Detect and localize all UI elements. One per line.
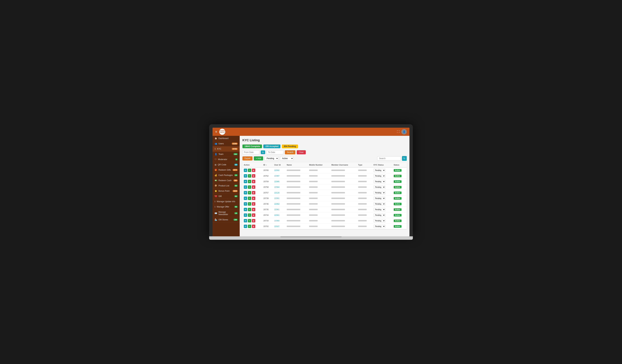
export-button[interactable]: Export <box>242 156 253 160</box>
user-id-cell: 22385 <box>273 179 285 184</box>
view-icon[interactable]: 👁 <box>244 197 247 200</box>
delete-icon[interactable]: 🗑 <box>252 225 255 228</box>
edit-icon[interactable]: ✎ <box>248 219 251 222</box>
name-cell <box>285 218 308 224</box>
edit-icon[interactable]: ✎ <box>248 202 251 206</box>
kyc-status-select[interactable]: Pending Active Rejected <box>373 213 385 217</box>
edit-icon[interactable]: ✎ <box>248 213 251 217</box>
redeem-cash-badge: 386 <box>233 179 238 181</box>
refresh-button[interactable]: ↻ <box>402 156 407 161</box>
sidebar-item-product-list[interactable]: 📦 Product List 93 <box>213 183 240 189</box>
mobile-blurred <box>309 186 318 188</box>
qrcode-icon: ▦ <box>214 164 216 166</box>
product-list-badge: 93 <box>234 185 238 187</box>
kyc-status-select[interactable]: Pending Active Rejected <box>373 180 385 183</box>
view-icon[interactable]: 👁 <box>244 208 247 211</box>
sidebar-item-kyc[interactable]: $ KYC 20765 <box>213 146 240 152</box>
edit-icon[interactable]: ✎ <box>248 169 251 172</box>
sidebar-item-bonus-point[interactable]: ⭐ Bonus Point 3638 <box>213 189 240 194</box>
delete-icon[interactable]: 🗑 <box>252 197 255 200</box>
filter-dropdown[interactable]: Active Inactive All <box>280 156 293 161</box>
from-date-input[interactable] <box>242 150 259 154</box>
sidebar-item-gift-stores[interactable]: 🏪 Gift Stores 156 <box>213 217 240 222</box>
sidebar-item-redeem-gifts[interactable]: 🎁 Redeem Gifts 2975 <box>213 167 240 173</box>
user-id-cell: 22392 <box>273 167 285 173</box>
laptop-wrapper: ≡ WINNERS' CIRCLE ⛶ 👤 <box>209 124 413 240</box>
sidebar-item-manage-offer[interactable]: ℹ Manage Offer 96 <box>213 204 240 210</box>
delete-icon[interactable]: 🗑 <box>252 208 255 211</box>
delete-icon[interactable]: 🗑 <box>252 213 255 217</box>
sidebar-item-manage-update-info[interactable]: ℹ Manage Update Info <box>213 199 240 204</box>
delete-icon[interactable]: 🗑 <box>252 219 255 222</box>
main-layout: 🏠 Dashboard 👥 Users 22286 $ <box>213 136 409 236</box>
search-input[interactable] <box>377 156 401 160</box>
view-icon[interactable]: 👁 <box>244 219 247 222</box>
action-icons: 👁 ✎ 🗑 <box>244 213 261 217</box>
sidebar-item-cash-packages[interactable]: 💰 Cash Packages 15 <box>213 173 240 178</box>
delete-icon[interactable]: 🗑 <box>252 185 255 189</box>
team-badge: 154 <box>233 153 238 155</box>
name-blurred <box>287 209 300 210</box>
view-icon[interactable]: 👁 <box>244 213 247 217</box>
table-row: 👁 ✎ 🗑 20757 22120 Pending Active Rejecte… <box>242 190 407 196</box>
name-blurred <box>287 175 300 176</box>
table-row: 👁 ✎ 🗑 20735 22361 Pending Active Rejecte… <box>242 207 407 212</box>
view-icon[interactable]: 👁 <box>244 191 247 194</box>
edit-icon[interactable]: ✎ <box>248 225 251 228</box>
fullscreen-icon[interactable]: ⛶ <box>397 130 400 133</box>
kyc-status-select[interactable]: Pending Active Rejected <box>373 169 385 172</box>
sidebar-item-users[interactable]: 👥 Users 22286 <box>213 141 240 146</box>
status-dropdown[interactable]: Pending Active Inactive <box>265 156 279 161</box>
kyc-status-select[interactable]: Pending Active Rejected <box>373 197 385 200</box>
manage-newsletter-badge: 18 <box>234 212 238 214</box>
name-cell <box>285 196 308 201</box>
hamburger-icon[interactable]: ≡ <box>215 130 217 134</box>
kyc-status-select[interactable]: Pending Active Rejected <box>373 174 385 178</box>
kyc-status-select[interactable]: Pending Active Rejected <box>373 225 385 228</box>
sidebar-item-dashboard[interactable]: 🏠 Dashboard <box>213 136 240 141</box>
search-button[interactable]: Search <box>285 150 295 154</box>
status-cell: Active <box>392 218 407 224</box>
delete-icon[interactable]: 🗑 <box>252 180 255 183</box>
kyc-status-select[interactable]: Pending Active Rejected <box>373 186 385 189</box>
clear-button[interactable]: Clear <box>297 150 306 154</box>
edit-icon[interactable]: ✎ <box>248 197 251 200</box>
table-row: 👁 ✎ 🗑 20758 22384 Pending Active Rejecte… <box>242 184 407 190</box>
logo-area: WINNERS' CIRCLE <box>219 129 225 135</box>
edit-icon[interactable]: ✎ <box>248 185 251 189</box>
kyc-status-select[interactable]: Pending Active Rejected <box>373 208 385 211</box>
edit-icon[interactable]: ✎ <box>248 191 251 194</box>
sidebar-item-team[interactable]: 👤 Team 154 <box>213 152 240 157</box>
view-icon[interactable]: 👁 <box>244 202 247 206</box>
add-button[interactable]: + Add <box>254 156 263 160</box>
kyc-status-select[interactable]: Pending Active Rejected <box>373 219 385 222</box>
kyc-status-select[interactable]: Pending Active Rejected <box>373 191 385 194</box>
mobile-blurred <box>309 192 318 193</box>
view-icon[interactable]: 👁 <box>244 169 247 172</box>
delete-icon[interactable]: 🗑 <box>252 174 255 178</box>
mobile-blurred <box>309 170 318 171</box>
sidebar-item-moderator[interactable]: 🛡 Moderator 8 <box>213 157 240 162</box>
sidebar-item-manage-newsletter[interactable]: 📧 Manage Newsletter 18 <box>213 210 240 217</box>
delete-icon[interactable]: 🗑 <box>252 202 255 206</box>
sidebar-item-qrcode[interactable]: ▦ QR Code 46 <box>213 162 240 167</box>
view-icon[interactable]: 👁 <box>244 180 247 183</box>
status-cell: Active <box>392 212 407 218</box>
id-cell: 20758 <box>262 184 273 190</box>
avatar[interactable]: 👤 <box>401 129 407 134</box>
delete-icon[interactable]: 🗑 <box>252 191 255 194</box>
sidebar-item-redeem-cash[interactable]: 💵 Redeem Cash 386 <box>213 178 240 183</box>
view-icon[interactable]: 👁 <box>244 225 247 228</box>
sidebar-item-gift[interactable]: 🎀 Gift 82 <box>213 194 240 199</box>
kyc-status-cell: Pending Active Rejected <box>372 218 392 224</box>
to-date-input[interactable] <box>267 150 284 154</box>
edit-icon[interactable]: ✎ <box>248 174 251 178</box>
delete-icon[interactable]: 🗑 <box>252 169 255 172</box>
view-icon[interactable]: 👁 <box>244 185 247 189</box>
action-cell: 👁 ✎ 🗑 <box>242 207 262 212</box>
edit-icon[interactable]: ✎ <box>248 208 251 211</box>
edit-icon[interactable]: ✎ <box>248 180 251 183</box>
kyc-status-select[interactable]: Pending Active Rejected <box>373 202 385 206</box>
view-icon[interactable]: 👁 <box>244 174 247 178</box>
gift-icon: 🎀 <box>214 195 217 197</box>
